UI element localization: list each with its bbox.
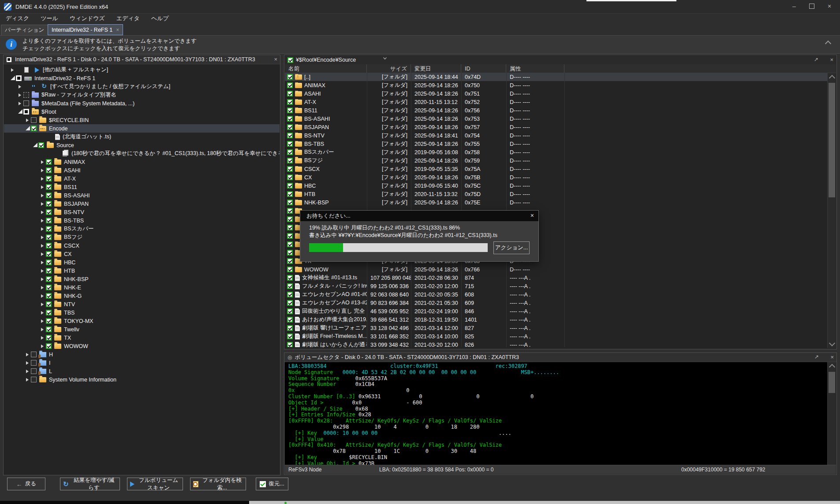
- tab-0[interactable]: パーティション×: [1, 25, 55, 35]
- tree-item[interactable]: BS-NTV: [4, 208, 280, 216]
- tree-checkbox[interactable]: [46, 276, 52, 282]
- file-panel-close-icon[interactable]: ×: [830, 56, 833, 63]
- tree-checkbox[interactable]: [31, 126, 37, 131]
- tree-checkbox[interactable]: [46, 301, 52, 307]
- tree-checkbox[interactable]: [46, 176, 52, 182]
- collapsed-arrow-icon[interactable]: [38, 325, 46, 334]
- tree-item[interactable]: HTB: [4, 267, 280, 275]
- collapsed-arrow-icon[interactable]: [23, 375, 31, 384]
- tree-item[interactable]: BS11: [4, 183, 280, 191]
- minimize-button[interactable]: –: [785, 0, 803, 12]
- tree-checkbox[interactable]: [46, 159, 52, 165]
- file-checkbox[interactable]: [287, 334, 293, 339]
- file-row[interactable]: ANIMAX[フォルダ]2025-09-14 18:260x750D---- -…: [285, 81, 836, 89]
- file-row[interactable]: NHK-BSP[フォルダ]2025-09-14 18:260x75ED---- …: [285, 198, 836, 207]
- tree-checkbox[interactable]: [46, 184, 52, 190]
- file-row[interactable]: ASAHI[フォルダ]2025-09-14 18:260x751D---- --…: [285, 89, 836, 98]
- file-checkbox[interactable]: [287, 300, 293, 306]
- file-checkbox[interactable]: [287, 124, 293, 130]
- collapsed-arrow-icon[interactable]: [38, 191, 46, 200]
- hex-panel-maximize-icon[interactable]: ↗: [814, 354, 819, 360]
- collapsed-arrow-icon[interactable]: [38, 283, 46, 292]
- file-checkbox[interactable]: [287, 216, 293, 222]
- dialog-close-icon[interactable]: ×: [530, 212, 534, 219]
- file-row[interactable]: あけおめ!声優大集合2019.ts39 686 541 3122018-12-3…: [285, 315, 836, 324]
- file-checkbox[interactable]: [287, 275, 293, 281]
- tree-item[interactable]: TX: [4, 334, 280, 342]
- file-checkbox[interactable]: [287, 200, 293, 205]
- file-checkbox[interactable]: [287, 250, 293, 256]
- collapsed-arrow-icon[interactable]: [23, 350, 31, 359]
- file-row[interactable]: HBC[フォルダ]2019-09-05 15:400x75CD---- ----: [285, 182, 836, 190]
- tree-item[interactable]: TBS: [4, 308, 280, 317]
- tree-item[interactable]: AT-X: [4, 174, 280, 183]
- tree-item[interactable]: Twellv: [4, 325, 280, 334]
- tree-checkbox[interactable]: [46, 193, 52, 198]
- scroll-up-icon[interactable]: [829, 75, 835, 81]
- tab-close-icon[interactable]: ×: [116, 27, 119, 33]
- collapsed-arrow-icon[interactable]: [38, 292, 46, 300]
- tree-checkbox[interactable]: [23, 100, 29, 106]
- tree-checkbox[interactable]: [46, 218, 52, 223]
- hex-view[interactable]: LBA:38803584 cluster:0x49F31 rec:302897N…: [285, 362, 836, 465]
- file-checkbox[interactable]: [287, 308, 293, 314]
- footer-button-refresh[interactable]: ↻結果を増やす/減らす: [60, 478, 120, 490]
- tree-item[interactable]: NTV: [4, 300, 280, 308]
- collapsed-arrow-icon[interactable]: [23, 359, 31, 367]
- file-checkbox[interactable]: [287, 91, 293, 96]
- file-row[interactable]: CX[フォルダ]2025-09-14 18:260x75BD---- ----: [285, 173, 836, 182]
- tab-1[interactable]: InternalDrive32 - ReFS 1×: [48, 24, 123, 35]
- tree-item[interactable]: Source: [4, 141, 280, 149]
- file-panel-maximize-icon[interactable]: ↗: [814, 56, 818, 63]
- tree-checkbox[interactable]: [31, 352, 37, 357]
- file-checkbox[interactable]: [287, 141, 293, 147]
- collapsed-arrow-icon[interactable]: [38, 275, 46, 283]
- tree-item[interactable]: $Raw - ファイルタイプ別署名: [4, 91, 280, 99]
- partial-checkbox-icon[interactable]: [7, 57, 11, 62]
- tree-item[interactable]: NHK-E: [4, 283, 280, 292]
- file-row[interactable]: 回復術士のやり直し 完全〈...46 539 005 9522021-02-24…: [285, 307, 836, 315]
- file-checkbox[interactable]: [287, 325, 293, 331]
- collapsed-arrow-icon[interactable]: [38, 216, 46, 225]
- tree-item[interactable]: System Volume Information: [4, 375, 280, 384]
- file-row[interactable]: エウレカセブンAO #01-#07...92 063 088 6402021-0…: [285, 290, 836, 299]
- file-checkbox[interactable]: [287, 258, 293, 264]
- footer-button-search[interactable]: フォルダ内を検索...: [190, 478, 246, 490]
- tree-checkbox[interactable]: [46, 251, 52, 257]
- file-row[interactable]: [..][フォルダ]2025-09-14 18:440x74DD---- ---…: [285, 73, 836, 81]
- file-checkbox[interactable]: [287, 149, 293, 155]
- tree-checkbox[interactable]: [46, 226, 52, 232]
- file-checkbox[interactable]: [287, 292, 293, 297]
- hex-panel-close-icon[interactable]: ×: [830, 354, 834, 360]
- tree-item[interactable]: Encode: [4, 124, 280, 133]
- tree-checkbox[interactable]: [46, 201, 52, 207]
- tree-item[interactable]: I: [4, 359, 280, 367]
- tree-item[interactable]: BS-ASAHI: [4, 191, 280, 200]
- scrollbar-thumb[interactable]: [829, 372, 835, 393]
- file-checkbox[interactable]: [287, 267, 293, 272]
- tree-item[interactable]: BSJAPAN: [4, 200, 280, 208]
- tree-checkbox[interactable]: [46, 343, 52, 349]
- scroll-up-icon[interactable]: [829, 364, 835, 370]
- menu-item-3[interactable]: エディタ: [111, 15, 146, 22]
- collapsed-arrow-icon[interactable]: [38, 334, 46, 342]
- collapsed-arrow-icon[interactable]: [38, 241, 46, 250]
- close-button[interactable]: ×: [821, 0, 838, 12]
- collapsed-arrow-icon[interactable]: [16, 91, 23, 99]
- tree-checkbox[interactable]: [46, 259, 52, 265]
- collapsed-arrow-icon[interactable]: [38, 225, 46, 233]
- menu-item-4[interactable]: ヘルプ: [146, 15, 175, 22]
- column-header-attr[interactable]: 属性: [506, 64, 564, 73]
- collapsed-arrow-icon[interactable]: [23, 116, 31, 124]
- tree-item[interactable]: L: [4, 367, 280, 375]
- file-row[interactable]: BS11[フォルダ]2025-09-14 18:260x756D---- ---…: [285, 106, 836, 115]
- menu-item-0[interactable]: ディスク: [0, 15, 35, 22]
- expanded-arrow-icon[interactable]: [8, 74, 16, 82]
- file-row[interactable]: BSスカパー[フォルダ]2019-09-05 16:080x758D---- -…: [285, 148, 836, 156]
- file-checkbox[interactable]: [287, 317, 293, 322]
- maximize-button[interactable]: [803, 0, 821, 12]
- collapsed-arrow-icon[interactable]: [38, 158, 46, 166]
- tree-checkbox[interactable]: [46, 326, 52, 332]
- collapsed-arrow-icon[interactable]: [38, 174, 46, 183]
- file-row[interactable]: フルメタル・パニック! Invisib...99 125 006 3362021…: [285, 282, 836, 290]
